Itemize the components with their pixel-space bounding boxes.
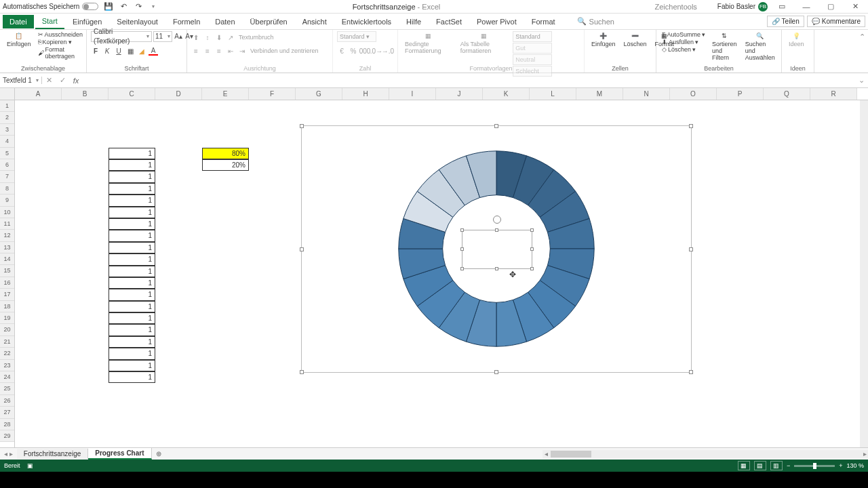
cell[interactable]: 1 (108, 218, 155, 230)
column-header[interactable]: A (15, 88, 62, 100)
minimize-button[interactable]: — (796, 0, 816, 14)
style-gut[interactable]: Gut (513, 43, 552, 54)
column-header[interactable]: Q (764, 88, 810, 100)
row-header[interactable]: 7 (0, 171, 14, 182)
grow-font-icon[interactable]: A▴ (174, 31, 183, 41)
sheet-nav[interactable]: ◂ ▸ (0, 450, 17, 458)
close-button[interactable]: ✕ (845, 0, 865, 14)
row-header[interactable]: 2 (0, 112, 14, 123)
row-header[interactable]: 1 (0, 100, 14, 112)
row-header[interactable]: 28 (0, 419, 14, 430)
wrap-text-button[interactable]: Textumbruch (237, 33, 275, 42)
cell[interactable]: 1 (108, 301, 155, 312)
delete-cells-button[interactable]: ➖Löschen (621, 31, 650, 49)
sort-filter-button[interactable]: ⇅Sortieren und Filtern (709, 31, 740, 62)
currency-icon[interactable]: € (337, 46, 347, 56)
number-format-select[interactable]: Standard ▾ (337, 31, 376, 42)
tab-format[interactable]: Format (525, 15, 562, 28)
row-header[interactable]: 11 (0, 218, 14, 230)
cell[interactable]: 1 (108, 360, 155, 371)
cell[interactable]: 1 (108, 171, 155, 182)
row-header[interactable]: 15 (0, 265, 14, 277)
sheet-tab-1[interactable]: Fortschrittsanzeige (17, 449, 88, 459)
comma-icon[interactable]: 000 (360, 46, 370, 56)
cancel-formula-icon[interactable]: ✕ (42, 76, 56, 85)
row-header[interactable]: 12 (0, 230, 14, 241)
tell-me-search[interactable]: 🔍 Suchen (577, 17, 614, 26)
column-header[interactable]: O (670, 88, 717, 100)
find-select-button[interactable]: 🔍Suchen und Auswählen (743, 31, 778, 62)
cell[interactable]: 1 (108, 195, 155, 206)
ideas-button[interactable]: 💡Ideen (786, 31, 807, 49)
dec-decimal-icon[interactable]: →.0 (383, 46, 393, 56)
row-header[interactable]: 26 (0, 395, 14, 407)
column-header[interactable]: K (483, 88, 530, 100)
column-header[interactable]: R (810, 88, 857, 100)
row-header[interactable]: 29 (0, 430, 14, 442)
row-header[interactable]: 9 (0, 195, 14, 206)
tab-powerpivot[interactable]: Power Pivot (470, 15, 524, 28)
insert-cells-button[interactable]: ➕Einfügen (589, 31, 618, 49)
align-center-icon[interactable]: ≡ (203, 46, 212, 56)
enter-formula-icon[interactable]: ✓ (56, 76, 69, 85)
column-header[interactable]: P (717, 88, 764, 100)
vertical-scrollbar[interactable] (860, 100, 868, 447)
tab-developer[interactable]: Entwicklertools (335, 15, 398, 28)
column-header[interactable]: G (296, 88, 342, 100)
column-header[interactable]: B (62, 88, 108, 100)
cell-highlighted[interactable]: 80% (202, 148, 249, 159)
row-header[interactable]: 16 (0, 277, 14, 289)
row-header[interactable]: 19 (0, 312, 14, 324)
zoom-slider[interactable] (794, 465, 835, 467)
column-header[interactable]: F (249, 88, 296, 100)
row-header[interactable]: 20 (0, 324, 14, 336)
textbox-selection[interactable] (462, 230, 532, 269)
conditional-formatting-button[interactable]: ▦Bedingte Formatierung (402, 31, 455, 56)
column-header[interactable]: E (202, 88, 249, 100)
column-header[interactable]: N (623, 88, 670, 100)
row-header[interactable]: 4 (0, 136, 14, 147)
font-size-select[interactable]: 11▾ (153, 31, 172, 42)
italic-button[interactable]: K (102, 46, 112, 56)
font-color-button[interactable]: A (149, 46, 158, 56)
row-header[interactable]: 25 (0, 383, 14, 394)
cell[interactable]: 1 (108, 159, 155, 171)
page-break-view-icon[interactable]: ▥ (770, 461, 783, 470)
font-name-select[interactable]: Calibri (Textkörper)▾ (91, 31, 152, 42)
row-header[interactable]: 27 (0, 407, 14, 418)
column-header[interactable]: C (108, 88, 155, 100)
row-header[interactable]: 8 (0, 183, 14, 195)
merge-button[interactable]: Verbinden und zentrieren (249, 46, 320, 56)
row-header[interactable]: 18 (0, 301, 14, 312)
column-header[interactable]: I (389, 88, 436, 100)
qat-customize-icon[interactable]: ▾ (149, 2, 158, 12)
row-header[interactable]: 10 (0, 207, 14, 218)
cell[interactable]: 1 (108, 371, 155, 383)
collapse-ribbon-icon[interactable]: ⌃ (856, 30, 868, 73)
fx-icon[interactable]: fx (69, 77, 83, 85)
redo-icon[interactable]: ↷ (134, 2, 143, 12)
share-button[interactable]: 🔗 Teilen (767, 16, 804, 27)
normal-view-icon[interactable]: ▦ (738, 461, 750, 470)
select-all-corner[interactable] (0, 88, 14, 100)
fill-color-button[interactable]: ◢ (137, 46, 146, 56)
row-header[interactable]: 6 (0, 159, 14, 171)
autosave-toggle[interactable]: Automatisches Speichern (3, 3, 98, 10)
indent-inc-icon[interactable]: ⇥ (237, 46, 247, 56)
orientation-icon[interactable]: ↗ (226, 33, 235, 42)
border-button[interactable]: ▦ (125, 46, 135, 56)
row-header[interactable]: 22 (0, 348, 14, 359)
zoom-out-icon[interactable]: − (787, 462, 790, 469)
cell[interactable]: 1 (108, 312, 155, 324)
zoom-in-icon[interactable]: + (839, 462, 842, 469)
column-header[interactable]: L (530, 88, 576, 100)
undo-icon[interactable]: ↶ (119, 2, 128, 12)
tab-file[interactable]: Datei (3, 15, 34, 28)
user-account[interactable]: Fabio Basler FB (717, 2, 768, 12)
tab-factset[interactable]: FactSet (429, 15, 469, 28)
cell[interactable]: 1 (108, 148, 155, 159)
column-header[interactable]: H (342, 88, 389, 100)
column-header[interactable]: M (576, 88, 623, 100)
macro-record-icon[interactable]: ▣ (27, 462, 33, 469)
cell[interactable]: 1 (108, 183, 155, 195)
